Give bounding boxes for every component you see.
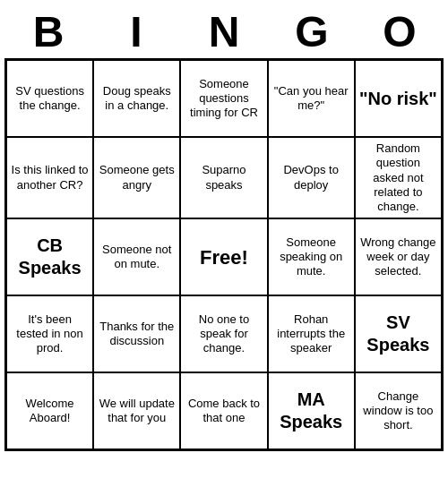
- bingo-grid: SV questions the change.Doug speaks in a…: [4, 58, 444, 451]
- bingo-cell-7: Suparno speaks: [180, 137, 267, 218]
- bingo-cell-12: Free!: [180, 218, 267, 295]
- letter-g: G: [271, 7, 352, 56]
- bingo-cell-4: "No risk": [355, 60, 442, 137]
- letter-o: O: [359, 7, 440, 56]
- bingo-cell-20: Welcome Aboard!: [6, 372, 93, 449]
- letter-i: I: [96, 7, 177, 56]
- bingo-cell-23: MA Speaks: [268, 372, 355, 449]
- bingo-cell-6: Someone gets angry: [93, 137, 180, 218]
- bingo-cell-1: Doug speaks in a change.: [93, 60, 180, 137]
- letter-b: B: [8, 7, 89, 56]
- bingo-cell-11: Someone not on mute.: [93, 218, 180, 295]
- bingo-cell-10: CB Speaks: [6, 218, 93, 295]
- bingo-cell-24: Change window is too short.: [355, 372, 442, 449]
- bingo-cell-22: Come back to that one: [180, 372, 267, 449]
- bingo-cell-21: We will update that for you: [93, 372, 180, 449]
- bingo-title: B I N G O: [4, 7, 444, 56]
- bingo-cell-18: Rohan interrupts the speaker: [268, 295, 355, 372]
- bingo-cell-15: It's been tested in non prod.: [6, 295, 93, 372]
- bingo-cell-19: SV Speaks: [355, 295, 442, 372]
- bingo-cell-5: Is this linked to another CR?: [6, 137, 93, 218]
- bingo-cell-2: Someone questions timing for CR: [180, 60, 267, 137]
- bingo-cell-17: No one to speak for change.: [180, 295, 267, 372]
- bingo-cell-0: SV questions the change.: [6, 60, 93, 137]
- bingo-cell-8: DevOps to deploy: [268, 137, 355, 218]
- bingo-card: B I N G O SV questions the change.Doug s…: [4, 7, 444, 451]
- bingo-cell-9: Random question asked not related to cha…: [355, 137, 442, 218]
- letter-n: N: [184, 7, 264, 56]
- bingo-cell-14: Wrong change week or day selected.: [355, 218, 442, 295]
- bingo-cell-3: "Can you hear me?": [268, 60, 355, 137]
- bingo-cell-16: Thanks for the discussion: [93, 295, 180, 372]
- bingo-cell-13: Someone speaking on mute.: [268, 218, 355, 295]
